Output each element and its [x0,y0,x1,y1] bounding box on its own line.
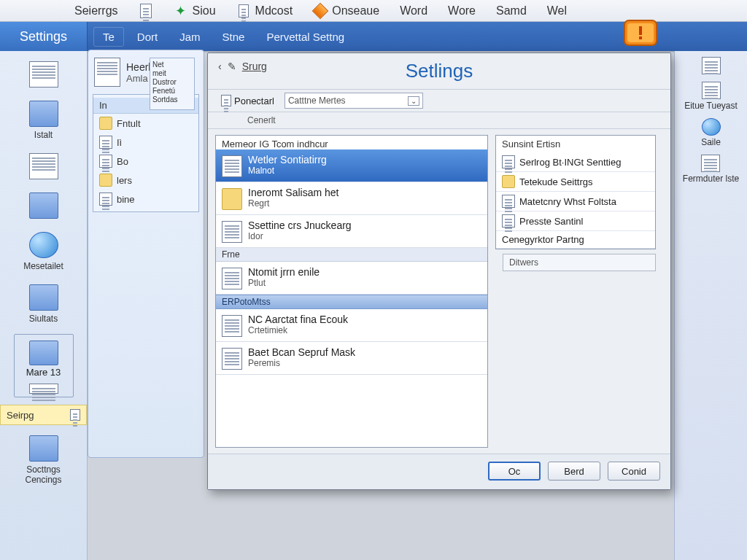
menu-label: Samd [496,4,527,18]
detail-item[interactable]: Serlrog Bt·INGt Senttieg [496,152,655,172]
item-title: Ntomit jrrn enile [248,266,320,278]
menu-item[interactable] [134,2,158,20]
stack-icon [29,284,58,311]
item-subtitle: Idor [248,231,352,241]
book-icon [29,192,58,219]
list-item[interactable]: Baet Bcan Sepruf Mask Peremis [216,342,487,375]
menu-item[interactable]: Wel [543,3,571,19]
button-label: Mesetailet [23,261,63,271]
folder-icon [99,117,112,130]
settings-dialog: ‹ ✎ Srurg Setlings Ponectarl Catttne Mer… [207,52,671,490]
item-subtitle: Malnot [248,166,327,176]
menu-item[interactable]: Word [395,3,432,19]
ribbon-item[interactable]: Dort [128,28,166,46]
doc-icon [99,192,112,206]
workspace-icon [29,435,58,462]
app-menu-bar: Seierrgs ✦ Siou Mdcost Onseaue Word Wore… [0,0,747,22]
list-item[interactable]: Wetler Sontiatirrg Malnot [216,149,487,182]
left-tool-button[interactable]: Socttngs Cencings [15,432,72,488]
menu-item[interactable]: Mdcost [232,2,298,20]
ribbon-item[interactable]: Stne [214,28,254,46]
detail-item[interactable]: Presste Santinl [496,211,655,231]
nav-list-item[interactable]: lers [93,171,198,190]
page-icon [502,155,515,168]
summary-label: Ditwers [509,257,538,268]
ribbon-item[interactable]: Pervettal Settng [258,28,353,46]
list-item[interactable]: NC Aarctat fina Ecouk Crtetimiek [216,309,487,342]
settings-detail-list[interactable]: Sunsint Ertisn Serlrog Bt·INGt Senttieg … [495,135,656,249]
left-tool-button[interactable] [15,150,72,182]
item-subtitle: Peremis [248,358,355,368]
doc-icon [99,155,112,168]
button-label: Eitue Tueyast [684,101,738,111]
detail-item[interactable]: Cenegyrktor Partng [496,231,655,249]
ribbon-item[interactable]: Te [93,27,124,47]
page-icon [701,155,720,172]
right-tool-button[interactable] [702,57,721,74]
ok-button[interactable]: Oc [488,462,541,481]
filter-combobox[interactable]: Catttne Mertes ⌄ [285,93,423,109]
list-item[interactable]: Ineromt Salisam het Regrt [216,182,487,215]
diamond-icon [313,4,328,18]
page-icon [222,155,242,177]
page-icon [702,57,721,74]
list-item[interactable]: Ntomit jrrn enile Ptlut [216,262,487,295]
button-label: Saile [701,137,721,147]
navigation-panel: Net meit Dustror Fenetú Sortdas Heerlt A… [88,50,204,458]
list-group-title: Memeor IG Tcom indhcur [216,136,487,149]
left-tool-button[interactable] [15,190,72,222]
tab-settings[interactable]: Settings [0,22,88,51]
right-tool-button[interactable]: Fermduter lste [683,155,739,184]
detail-caption: Sunsint Ertisn [496,136,655,152]
doc-icon [236,4,251,18]
menu-item[interactable]: Onseaue [309,2,384,20]
back-icon[interactable]: ‹ [218,61,222,72]
button-label: Socttngs Cencings [15,464,72,485]
detail-item[interactable]: Tetekude Seittrgs [496,172,655,192]
ribbon-item[interactable]: Jam [171,28,209,46]
tab-label: Settings [20,29,67,44]
page-icon [222,315,242,337]
breadcrumb: ‹ ✎ Srurg [218,61,267,72]
dialog-toolbar-sub: Cenerlt [208,112,670,129]
button-label: Siultats [29,314,58,324]
breadcrumb-segment[interactable]: Srurg [242,61,267,72]
left-tool-button[interactable]: Istalt [15,98,72,143]
chevron-down-icon: ⌄ [408,96,419,106]
settings-category-list[interactable]: Memeor IG Tcom indhcur Wetler Sontiatirr… [215,135,488,448]
right-tool-button[interactable]: Eitue Tueyast [684,82,738,111]
dialog-toolbar: Ponectarl Catttne Mertes ⌄ [208,90,670,112]
combo-value: Catttne Mertes [288,96,346,106]
save-button[interactable]: Berd [548,462,600,481]
detail-item[interactable]: Matetcnry Whst Foltsta [496,192,655,211]
detail-summary: Ditwers [503,254,656,271]
page-icon [29,153,58,179]
page-icon [502,214,515,228]
menu-item[interactable]: Wore [444,3,480,19]
toolbar-button[interactable]: Ponectarl [217,93,279,108]
settings-quick-button[interactable]: Seirpg [0,405,87,425]
left-tool-button[interactable]: Mesetailet [15,229,72,274]
menu-item[interactable]: Samd [492,3,531,19]
left-tool-button[interactable] [15,58,72,90]
menu-item[interactable]: Seierrgs [70,3,123,19]
nav-list-item[interactable]: Iì [93,133,198,152]
nav-list: In Fntult Iì Bo lers bine [93,94,199,212]
menu-label: Mdcost [255,4,293,18]
pencil-icon[interactable]: ✎ [228,61,236,72]
list-item[interactable]: Ssettine crs Jnuckearg Idor [216,215,487,248]
book-icon [29,101,58,127]
right-tool-button[interactable]: Saile [701,118,721,147]
page-icon [222,221,242,243]
nav-list-item[interactable]: bine [93,190,198,209]
menu-label: Wel [547,4,567,18]
left-tool-button[interactable]: Siultats [15,281,72,327]
nav-list-item[interactable]: Bo [93,152,198,171]
folder-icon [99,174,112,187]
cancel-button[interactable]: Conid [608,462,660,481]
page-icon [29,384,58,394]
page-icon [702,82,721,99]
doc-icon [94,58,120,87]
menu-item[interactable]: ✦ Siou [169,2,220,20]
nav-list-item[interactable]: Fntult [93,114,198,133]
